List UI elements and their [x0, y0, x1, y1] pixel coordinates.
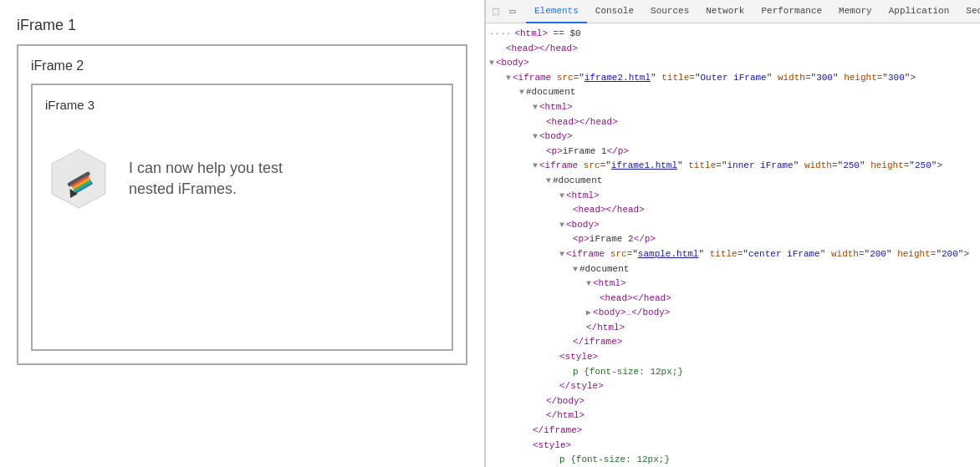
code-line: ▼<html> [486, 100, 980, 115]
code-line: ▼<html> [486, 277, 980, 292]
tab-application[interactable]: Application [880, 0, 958, 23]
device-icon[interactable]: ▭ [506, 5, 519, 18]
tab-memory[interactable]: Memory [830, 0, 880, 23]
code-line: ▼#document [486, 174, 980, 189]
iframe3-label: iFrame 3 [45, 98, 439, 112]
devtools-tabs: ⬚ ▭ Elements Console Sources Network Per… [486, 0, 980, 23]
code-line: ▼<html> [486, 189, 980, 204]
code-line: ▼<body> [486, 56, 980, 71]
tab-console[interactable]: Console [587, 0, 642, 23]
code-line: </iframe> [486, 424, 980, 439]
devtools-content[interactable]: ····<html> == $0 <head></head> ▼<body> ▼… [486, 23, 980, 467]
code-line: </html> [486, 409, 980, 424]
hexagon-icon [45, 145, 112, 212]
left-panel: iFrame 1 iFrame 2 iFrame 3 I c [0, 0, 485, 467]
devtools-icons: ⬚ ▭ [489, 5, 519, 18]
code-line: ▼<body> [486, 218, 980, 233]
tab-performance[interactable]: Performance [753, 0, 830, 23]
iframe3-text: I can now help you testnested iFrames. [129, 158, 283, 200]
code-line: ▼<iframe src="sample.html" title="center… [486, 247, 980, 262]
iframe2-box: iFrame 2 iFrame 3 I can now help you [17, 44, 467, 365]
tab-elements[interactable]: Elements [526, 0, 587, 23]
iframe3-box: iFrame 3 I can now help you testnested i… [31, 84, 453, 351]
code-line: <p>iFrame 2</p> [486, 232, 980, 247]
code-line: p {font-size: 12px;} [486, 453, 980, 467]
tab-sources[interactable]: Sources [642, 0, 697, 23]
code-line: p {font-size: 12px;} [486, 365, 980, 380]
code-line: ····<html> == $0 [486, 27, 980, 42]
code-line: <head></head> [486, 203, 980, 218]
code-line: <style> [486, 439, 980, 454]
inspect-icon[interactable]: ⬚ [489, 5, 503, 18]
iframe1-label: iFrame 1 [17, 17, 467, 34]
iframe2-label: iFrame 2 [31, 58, 453, 74]
code-line: </body> [486, 394, 980, 409]
code-line: <style> [486, 350, 980, 365]
iframe3-content: I can now help you testnested iFrames. [45, 145, 439, 212]
code-line: ▼#document [486, 85, 980, 100]
code-line: ▼<iframe src="iframe1.html" title="inner… [486, 159, 980, 174]
code-line: ▶<body>…</body> [486, 306, 980, 321]
code-line: ▼<body> [486, 129, 980, 145]
devtools-panel: ⬚ ▭ Elements Console Sources Network Per… [485, 0, 980, 467]
code-line: ▼#document [486, 262, 980, 277]
tab-security[interactable]: Security [957, 0, 980, 23]
code-line: <head></head> [486, 42, 980, 57]
code-line: </style> [486, 379, 980, 394]
tab-network[interactable]: Network [697, 0, 753, 23]
code-line: ▼<iframe src="iframe2.html" title="Outer… [486, 71, 980, 86]
code-line: <head></head> [486, 292, 980, 307]
code-line: </iframe> [486, 335, 980, 350]
code-line: <head></head> [486, 115, 980, 130]
code-line: <p>iFrame 1</p> [486, 145, 980, 160]
code-line: </html> [486, 321, 980, 336]
